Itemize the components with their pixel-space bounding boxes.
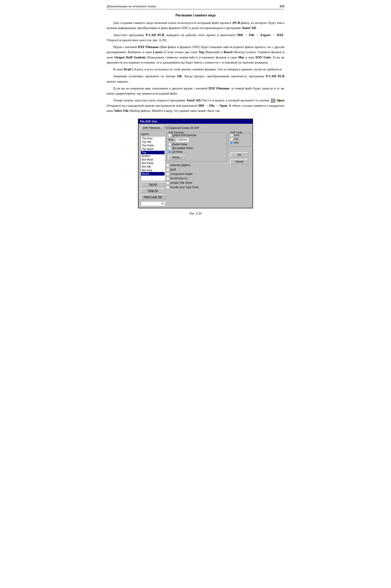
size-label: Size: (168, 138, 174, 141)
plated-holes-label: Plated Holes (172, 143, 187, 146)
output-drill-symbols-label: Output Drill Symbols (172, 134, 196, 137)
mm-radio-row: Mm (230, 141, 248, 144)
dialog-columns: Layers: Top Assy Top Silk Top Paste Top … (141, 133, 250, 206)
include-title-sheet-checkbox[interactable] (166, 181, 169, 184)
selected-objects-checkbox[interactable] (166, 164, 169, 167)
layer-bot-mask[interactable]: Bot Mask (141, 158, 165, 161)
dxf-filename-button[interactable]: DXF Filename... (141, 126, 164, 130)
layer-set-dropdown[interactable] (141, 201, 165, 206)
dxf-units-title: DXF Units (230, 131, 243, 134)
layers-label: Layers: (141, 133, 165, 136)
right-column: DXF Units Inch Cm Mm (228, 133, 250, 164)
inch-label: Inch (234, 134, 239, 137)
lower-checks: Selected Objects Draft Component Height (166, 164, 227, 189)
paragraph-4: В окне Draft (Эскиз), и всех остальных и… (106, 67, 285, 72)
open-toolbar-icon: 📂 (271, 99, 275, 103)
layers-column: Layers: Top Assy Top Silk Top Paste Top … (141, 133, 165, 206)
draft-row: Draft (166, 168, 227, 171)
ok-cancel-area: OK Cancel (228, 152, 250, 164)
non-plated-holes-label: Non-plated Holes (172, 147, 193, 150)
paragraph-6: Если вы не изменили имя, показанное в ди… (106, 86, 285, 96)
middle-column: Drill Symbols Output Drill Symbols Size:… (166, 133, 227, 189)
layer-top[interactable]: Top (141, 151, 165, 154)
ok-button[interactable]: OK (230, 152, 248, 158)
all-holes-row: All Holes (168, 150, 225, 153)
draft-checkbox[interactable] (166, 168, 169, 171)
selected-objects-row: Selected Objects (166, 164, 227, 167)
set-all-button[interactable]: Set All (141, 182, 165, 187)
layers-list[interactable]: Top Assy Top Silk Top Paste Top Mask Top… (141, 136, 165, 180)
include-title-sheet-label: Include Title Sheet (170, 181, 192, 184)
include-true-type-fonts-row: Include True Type Fonts (166, 186, 227, 189)
all-holes-radio[interactable] (168, 150, 171, 153)
all-holes-label: All Holes (172, 150, 183, 153)
non-plated-holes-radio[interactable] (168, 147, 171, 150)
cancel-button[interactable]: Cancel (230, 159, 248, 164)
output-drill-symbols-row: Output Drill Symbols (168, 134, 225, 137)
dxf-filename-path: G:\Гаврилин\Схема-36.DXF (166, 127, 250, 130)
layer-top-assy[interactable]: Top Assy (141, 137, 165, 140)
component-height-row: Component Height (166, 172, 227, 175)
layer-bottom[interactable]: Bottom (141, 154, 165, 158)
dialog-wrapper: File DXF Out DXF Filename... G:\Гаврилин… (106, 119, 285, 208)
paragraph-1: Для создания главного вида печатной плат… (106, 20, 285, 31)
size-input[interactable] (175, 138, 189, 142)
selected-objects-label: Selected Objects (170, 164, 191, 167)
dxf-filename-row: DXF Filename... G:\Гаврилин\Схема-36.DXF (141, 126, 250, 130)
layer-top-mask[interactable]: Top Mask (141, 147, 165, 151)
inch-radio[interactable] (230, 134, 233, 137)
include-true-type-fonts-checkbox[interactable] (166, 186, 169, 189)
figure-caption: Рис. 6.20 (106, 212, 285, 215)
dxf-units-group: DXF Units Inch Cm Mm (228, 133, 250, 147)
layer-bot-assy[interactable]: Bot Assy (141, 168, 165, 172)
layer-bot-paste[interactable]: Bot Paste (141, 161, 165, 165)
component-height-checkbox[interactable] (166, 173, 169, 175)
non-plated-holes-row: Non-plated Holes (168, 147, 225, 150)
paragraph-5: Завершив установки, щелкните по кнопке O… (106, 74, 285, 84)
mm-radio[interactable] (230, 142, 233, 144)
draft-label: Draft (170, 168, 176, 171)
size-row: Size: (168, 138, 225, 142)
paragraph-3: Рядом с кнопкой DXF Filename (Имя файла … (106, 44, 285, 65)
clear-all-button[interactable]: Clear All (141, 188, 165, 193)
page-header: Документация на печатную плату 333 (106, 4, 285, 9)
cm-radio[interactable] (230, 138, 233, 141)
inch-radio-row: Inch (230, 134, 248, 137)
setup-button[interactable]: Setup... (168, 155, 185, 160)
output-drill-symbols-checkbox[interactable] (168, 134, 171, 137)
cm-label: Cm (234, 138, 238, 141)
page-number: 333 (280, 4, 285, 8)
layer-bot-silk[interactable]: Bot Silk (141, 165, 165, 168)
mm-label: Mm (234, 141, 239, 144)
apply-layer-set-button[interactable]: Apply Layer Set (141, 194, 165, 199)
dialog-title: File DXF Out (140, 120, 157, 123)
section-title: Рисование главного вида (106, 13, 285, 17)
include-title-sheet-row: Include Title Sheet (166, 181, 227, 184)
plated-holes-row: Plated Holes (168, 143, 225, 146)
plated-holes-radio[interactable] (168, 143, 171, 146)
layer-top-paste[interactable]: Top Paste (141, 144, 165, 147)
paragraph-2: Запустите программу P-CAD PCB, выведите … (106, 32, 285, 43)
layers-buttons: Set All Clear All Apply Layer Set (141, 182, 165, 206)
dialog-body: DXF Filename... G:\Гаврилин\Схема-36.DXF… (138, 124, 253, 208)
include-true-type-fonts-label: Include True Type Fonts (170, 186, 199, 189)
no-mt-hole-cu-label: No Mt Hole Cu (170, 177, 188, 180)
dialog-titlebar: File DXF Out (138, 119, 253, 124)
layer-board[interactable]: Board (141, 172, 165, 175)
no-mt-hole-cu-row: No Mt Hole Cu (166, 177, 227, 180)
no-mt-hole-cu-checkbox[interactable] (166, 177, 169, 180)
drill-symbols-title: Drill Symbols (168, 131, 185, 134)
file-dxf-out-dialog: File DXF Out DXF Filename... G:\Гаврилин… (138, 119, 253, 208)
drill-symbols-group: Drill Symbols Output Drill Symbols Size:… (166, 133, 227, 161)
header-title: Документация на печатную плату (106, 4, 156, 8)
paragraph-7: Теперь можно запустить (или открыть) про… (106, 98, 285, 113)
component-height-label: Component Height (170, 172, 193, 175)
cm-radio-row: Cm (230, 138, 248, 141)
layer-top-silk[interactable]: Top Silk (141, 140, 165, 144)
